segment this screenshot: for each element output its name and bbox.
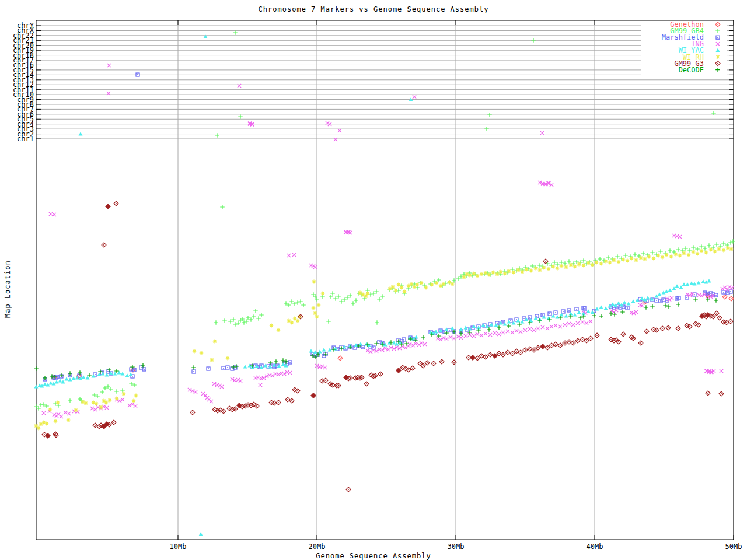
triangle-marker	[309, 349, 313, 352]
diamond-marker-dot	[721, 393, 722, 394]
cross-marker	[571, 323, 575, 327]
cross-marker	[532, 328, 536, 332]
series-genethon	[52, 293, 734, 380]
cross-marker	[107, 64, 111, 67]
triangle-marker	[564, 314, 568, 317]
plus-marker	[256, 316, 261, 321]
star-marker	[595, 261, 599, 265]
triangle-marker	[322, 348, 326, 351]
diamond-marker-dot	[348, 489, 349, 490]
square-marker-dot	[403, 339, 404, 340]
plus-marker	[531, 38, 536, 43]
star-marker	[394, 289, 398, 293]
star-marker	[102, 399, 106, 403]
star-marker	[37, 426, 41, 430]
star-marker	[626, 259, 630, 263]
star-marker	[416, 283, 420, 287]
diamond-marker-dot	[582, 339, 583, 340]
star-marker	[484, 271, 488, 275]
triangle-marker	[556, 315, 560, 318]
cross-marker	[207, 398, 211, 401]
star-marker	[587, 261, 591, 265]
diamond-marker-dot	[235, 408, 236, 410]
cross-marker	[49, 212, 53, 216]
plus-marker	[644, 305, 648, 310]
plus-marker	[714, 298, 718, 303]
plus-marker	[191, 365, 196, 370]
diamond-marker-dot	[55, 435, 57, 436]
plus-marker	[375, 320, 379, 325]
triangle-marker	[204, 34, 208, 38]
plus-marker	[484, 127, 489, 131]
plus-marker	[281, 358, 285, 363]
triangle-marker	[65, 377, 69, 380]
plus-marker	[658, 249, 663, 254]
cross-marker	[497, 332, 501, 336]
diamond-marker-dot	[278, 402, 279, 403]
star-marker	[573, 265, 577, 269]
plus-marker	[599, 314, 603, 318]
plus-marker	[95, 394, 100, 398]
star-marker	[108, 398, 112, 402]
diamond-marker-dot	[560, 345, 561, 346]
square-marker-dot	[663, 299, 664, 300]
diamond-marker	[344, 375, 349, 380]
cross-marker	[420, 341, 423, 345]
plus-marker	[233, 322, 238, 327]
plus-marker	[289, 299, 294, 304]
cross-marker	[585, 321, 588, 325]
cross-marker	[220, 385, 224, 388]
triangle-marker	[668, 288, 672, 292]
star-marker	[487, 273, 491, 277]
star-marker	[516, 268, 521, 272]
x-grid: 10Mb20Mb30Mb40Mb50Mb	[170, 20, 742, 551]
star-marker	[468, 274, 472, 278]
plus-marker	[620, 310, 625, 314]
star-marker	[709, 248, 713, 252]
star-marker	[472, 272, 476, 276]
diamond-marker-dot	[332, 384, 333, 386]
star-marker	[39, 422, 43, 426]
star-marker	[315, 315, 319, 319]
plus-marker	[114, 389, 119, 394]
square-marker-dot	[576, 309, 577, 310]
diamond-marker	[106, 204, 111, 209]
triangle-marker	[516, 318, 521, 322]
star-marker	[713, 250, 717, 254]
diamond-marker-dot	[485, 356, 486, 358]
plus-marker	[92, 393, 97, 397]
diamond-marker-dot	[633, 338, 634, 339]
diamond-marker-dot	[623, 334, 624, 335]
triangle-marker	[121, 372, 125, 375]
diamond-marker-dot	[656, 330, 657, 331]
star-marker	[200, 351, 204, 355]
plus-marker	[711, 111, 716, 116]
star-marker	[716, 55, 720, 59]
diamond-marker-dot	[192, 412, 193, 413]
star-marker	[226, 356, 230, 360]
diamond-marker-dot	[250, 405, 252, 406]
plus-marker	[695, 247, 700, 251]
diamond-marker-dot	[223, 411, 224, 412]
star-marker	[674, 253, 678, 257]
star-marker	[115, 397, 119, 401]
star-marker	[277, 328, 281, 332]
plus-marker	[141, 363, 145, 368]
square-marker-dot	[717, 37, 718, 38]
star-marker	[312, 280, 316, 284]
square-marker-dot	[208, 368, 209, 369]
star-marker	[313, 312, 317, 316]
x-tick-label: 30Mb	[448, 542, 465, 551]
plus-marker	[731, 239, 735, 244]
star-marker	[403, 290, 407, 294]
plus-marker	[623, 253, 628, 258]
square-marker-dot	[134, 369, 135, 370]
square-marker-dot	[444, 331, 445, 332]
chart-page: Chromosome 7 Markers vs Genome Sequence …	[0, 0, 747, 560]
diamond-marker-dot	[573, 342, 574, 344]
star-marker	[665, 253, 669, 257]
star-marker	[397, 283, 401, 287]
cross-marker	[519, 330, 522, 334]
diamond-marker-dot	[412, 368, 413, 369]
square-marker-dot	[529, 317, 530, 318]
